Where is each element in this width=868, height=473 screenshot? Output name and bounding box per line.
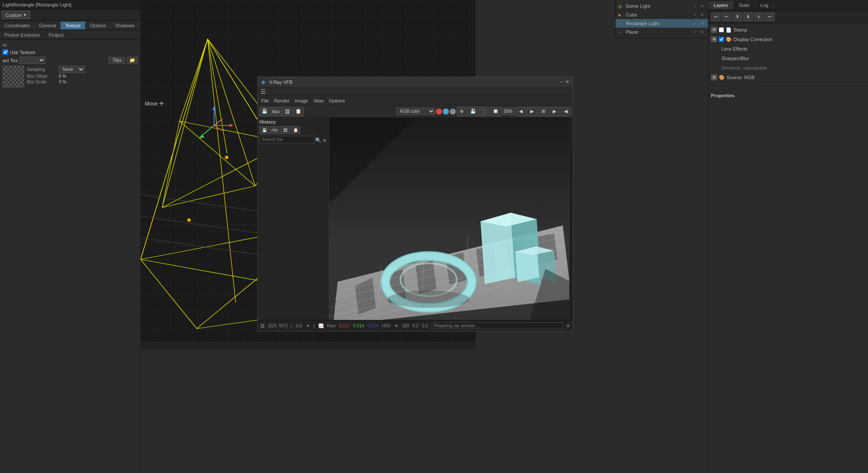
tab-shadows[interactable]: Shadows <box>111 22 139 29</box>
vfb-menu-view[interactable]: View <box>313 98 323 103</box>
layer-menu-btn[interactable]: ≡ <box>754 13 764 21</box>
vfb-img-btn[interactable]: 🖼 <box>282 107 292 116</box>
scene-obj-dome-light[interactable]: ◎ Dome Light ✓ ✕ <box>615 2 708 10</box>
layer-sb-name: Sharpen/Blur <box>721 56 749 61</box>
vfb-menu-file[interactable]: File <box>261 98 269 103</box>
subtab-project[interactable]: Project <box>45 31 68 39</box>
vfb-render-btn-1[interactable]: 💾 <box>468 107 478 116</box>
tab-coordinates[interactable]: Coordinates <box>0 22 35 29</box>
color-circle-gray[interactable] <box>450 109 456 115</box>
layer-undo-btn[interactable]: ↩ <box>711 13 721 21</box>
vfb-nav-btn-2[interactable]: ▶ <box>527 107 537 116</box>
vfb-text-btn[interactable]: Abc <box>271 107 281 116</box>
hist-img-btn[interactable]: 🖼 <box>280 126 290 134</box>
dome-light-visible-btn[interactable]: ✓ <box>692 3 698 9</box>
layer-dc-eye[interactable]: 👁 <box>711 36 717 42</box>
layer-stamp[interactable]: 👁 📄 Stamp <box>708 25 868 35</box>
cube-close-btn[interactable]: ✕ <box>699 12 705 18</box>
layer-denoiser[interactable]: Denoiser: unavailable <box>708 63 868 73</box>
use-texture-label: Use Texture <box>10 50 35 55</box>
blur-scale-value: 0 % <box>59 80 66 84</box>
hist-save-btn[interactable]: 💾 <box>259 126 269 134</box>
svg-line-17 <box>141 259 197 329</box>
vfb-nav-btn-1[interactable]: ◀ <box>516 107 526 116</box>
layer-link-btn[interactable]: ↩ <box>765 13 775 21</box>
tiles-btn[interactable]: Tiles <box>109 57 125 64</box>
vfb-menu-render[interactable]: Render <box>274 98 290 103</box>
vfb-stop-btn[interactable]: ◀ <box>561 107 571 116</box>
vfb-render-btn-r[interactable]: ▶ <box>549 107 560 116</box>
scene-obj-plane[interactable]: → Plane ✓ ✕ <box>615 28 708 36</box>
history-scroll-btn[interactable]: ▼ <box>322 138 327 143</box>
vfb-menu-options[interactable]: Options <box>329 98 345 103</box>
vfb-copy-btn[interactable]: 📋 <box>293 107 304 116</box>
tab-general[interactable]: General <box>35 22 61 29</box>
hist-abc-btn[interactable]: Abc <box>270 126 279 134</box>
right-panel: Layers Stats Log ↩ ↩ ⬆ ⬇ ≡ ↩ 👁 📄 Stamp 👁… <box>708 0 868 473</box>
layer-up-btn[interactable]: ⬆ <box>733 13 742 21</box>
tab-options[interactable]: Options <box>86 22 111 29</box>
vfb-titlebar[interactable]: ◈ V-Ray VFB ─ ✕ <box>258 77 573 87</box>
vfb-scrollbar[interactable] <box>569 118 573 329</box>
scene-obj-cube[interactable]: ■ Cube ✓ ✕ <box>615 10 708 19</box>
scene-objects-panel: ◎ Dome Light ✓ ✕ ■ Cube ✓ ✕ → Rectangle … <box>615 0 708 38</box>
settings-icon[interactable]: ⚙ <box>566 323 570 328</box>
layer-src-eye[interactable]: 👁 <box>711 74 717 80</box>
folder-icon-btn[interactable]: 📁 <box>127 57 138 64</box>
vfb-search-input[interactable] <box>259 136 314 143</box>
blur-scale-row: Blur Scale 0 % <box>27 80 85 84</box>
rect-light-close-btn[interactable]: ✕ <box>699 20 705 26</box>
layer-dc-checkbox[interactable] <box>719 37 724 42</box>
vfb-zoom-btn[interactable]: ⊞ <box>538 107 548 116</box>
scale-display: | <box>291 323 292 328</box>
vfb-color-mode-select[interactable]: RGB color <box>396 108 435 115</box>
layer-display-correction[interactable]: 👁 🎨 Display Correction <box>708 35 868 44</box>
tab-layers[interactable]: Layers <box>708 1 733 9</box>
color-circle-blue[interactable] <box>443 109 449 115</box>
vfb-menu-image[interactable]: Image <box>295 98 308 103</box>
vfb-minimize-btn[interactable]: ─ <box>560 79 564 85</box>
tex-select[interactable] <box>19 57 45 64</box>
vfb-title-left: ◈ V-Ray VFB <box>261 79 292 85</box>
search-icon[interactable]: 🔍 <box>315 137 321 143</box>
vfb-save-btn[interactable]: 💾 <box>259 107 270 116</box>
layer-down-btn[interactable]: ⬇ <box>743 13 753 21</box>
plane-controls: ✓ ✕ <box>692 29 705 35</box>
cube-icon: ■ <box>618 13 624 17</box>
hist-copy-btn[interactable]: 📋 <box>291 126 300 134</box>
layer-lens-effects[interactable]: Lens Effects <box>708 44 868 54</box>
rect-light-visible-btn[interactable]: ✓ <box>692 20 698 26</box>
vfb-hamburger-icon[interactable]: ☰ <box>260 88 266 95</box>
tab-stats[interactable]: Stats <box>733 1 755 9</box>
vfb-render-btn-2[interactable]: ⬛ <box>479 107 490 116</box>
vfb-percent-display: 50% <box>502 108 515 115</box>
vfb-close-btn[interactable]: ✕ <box>565 79 569 85</box>
dome-light-lock-btn[interactable]: ✕ <box>699 3 705 9</box>
axis-gizmo[interactable] <box>192 104 236 148</box>
hsv-mode: HSV <box>382 323 391 328</box>
tab-log[interactable]: Log <box>755 1 774 9</box>
sampling-select[interactable]: None <box>59 66 85 73</box>
use-texture-checkbox[interactable] <box>3 49 8 55</box>
layer-sharpen-blur[interactable]: Sharpen/Blur <box>708 54 868 63</box>
scale-arrow[interactable]: ▼ <box>306 323 310 328</box>
cube-visible-btn[interactable]: ✓ <box>692 12 698 18</box>
custom-dropdown[interactable]: Custom ▾ <box>2 11 30 19</box>
sampling-row: Sampling None <box>27 66 85 73</box>
vfb-render-btn-3[interactable]: 🔲 <box>490 107 501 116</box>
color-circle-red[interactable] <box>436 109 442 115</box>
plane-close-btn[interactable]: ✕ <box>699 29 705 35</box>
hsv-arrow[interactable]: ▼ <box>394 323 398 328</box>
svg-marker-28 <box>230 124 234 127</box>
layer-stamp-checkbox[interactable] <box>719 27 724 32</box>
layer-redo-btn[interactable]: ↩ <box>722 13 731 21</box>
vfb-extra-btn[interactable]: ⊕ <box>457 107 467 116</box>
subtab-photon[interactable]: Photon Emission <box>0 31 45 39</box>
layer-stamp-eye[interactable]: 👁 <box>711 27 717 33</box>
tab-texture[interactable]: Texture <box>61 22 85 29</box>
plane-visible-btn[interactable]: ✓ <box>692 29 698 35</box>
status-text-area: Preparing ray session ... <box>432 323 563 329</box>
scene-obj-rect-light[interactable]: → Rectangle Light ✓ ✕ <box>615 19 708 28</box>
vfb-window[interactable]: ◈ V-Ray VFB ─ ✕ ☰ File Render Image View… <box>257 77 573 332</box>
layer-source-rgb[interactable]: 👁 🎨 Source: RGB <box>708 73 868 82</box>
